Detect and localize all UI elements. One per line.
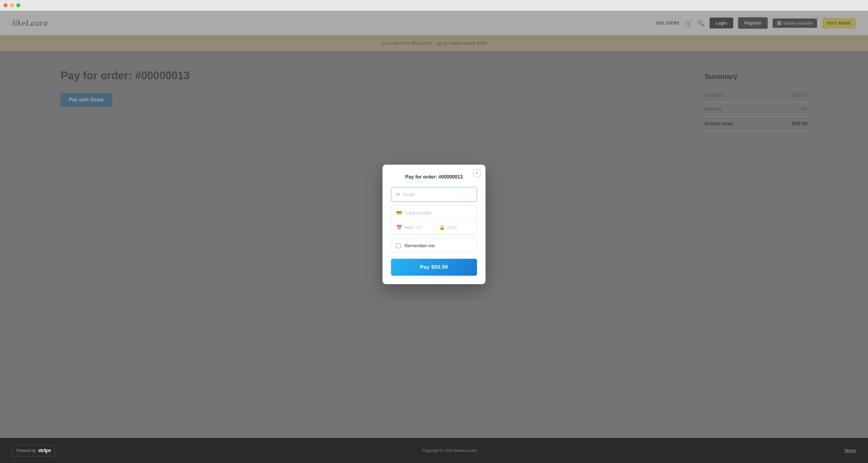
email-input[interactable]	[403, 192, 472, 197]
powered-by-stripe: Powered by stripe	[12, 444, 55, 456]
email-field-wrapper: ✉	[391, 187, 477, 202]
modal-overlay: Pay for order: #00000013 × ✉ 💳 Card numb…	[0, 11, 868, 438]
minimize-button[interactable]	[10, 3, 14, 7]
remember-me-label: Remember me	[405, 243, 435, 248]
footer-copyright: Copyright © 2021 likelaura.com	[422, 448, 477, 453]
lock-icon: 🔒	[439, 225, 445, 230]
powered-by-text: Powered by	[17, 449, 36, 453]
title-bar	[0, 0, 868, 11]
email-icon: ✉	[396, 192, 400, 197]
cvc-field[interactable]: 🔒 CVC	[434, 220, 477, 234]
card-number-placeholder: Card number	[405, 210, 432, 216]
remember-me-checkbox[interactable]	[396, 243, 401, 248]
footer-terms[interactable]: Terms	[844, 448, 856, 453]
pay-button[interactable]: Pay $50.99	[391, 259, 477, 276]
browser-content: likeLaura DELIVERY 🛒 🔍 Login Register ℹ️…	[0, 11, 868, 438]
expiry-placeholder: MM / YY	[405, 225, 422, 230]
cvc-placeholder: CVC	[447, 225, 457, 230]
card-icon: 💳	[396, 210, 402, 216]
calendar-icon: 📅	[396, 225, 402, 230]
maximize-button[interactable]	[17, 3, 20, 7]
expiry-field[interactable]: 📅 MM / YY	[391, 220, 434, 234]
modal-title: Pay for order: #00000013	[391, 174, 477, 180]
modal-close-button[interactable]: ×	[473, 169, 481, 177]
stripe-logo: stripe	[38, 447, 51, 454]
card-expiry-cvc-row: 📅 MM / YY 🔒 CVC	[391, 220, 477, 234]
payment-modal: Pay for order: #00000013 × ✉ 💳 Card numb…	[382, 165, 486, 284]
remember-me-row: Remember me	[391, 238, 477, 253]
footer: Powered by stripe Copyright © 2021 likel…	[0, 438, 868, 463]
card-number-row: 💳 Card number	[391, 206, 477, 220]
close-button[interactable]	[4, 3, 7, 7]
card-fields-group: 💳 Card number 📅 MM / YY 🔒 CVC	[391, 205, 477, 235]
